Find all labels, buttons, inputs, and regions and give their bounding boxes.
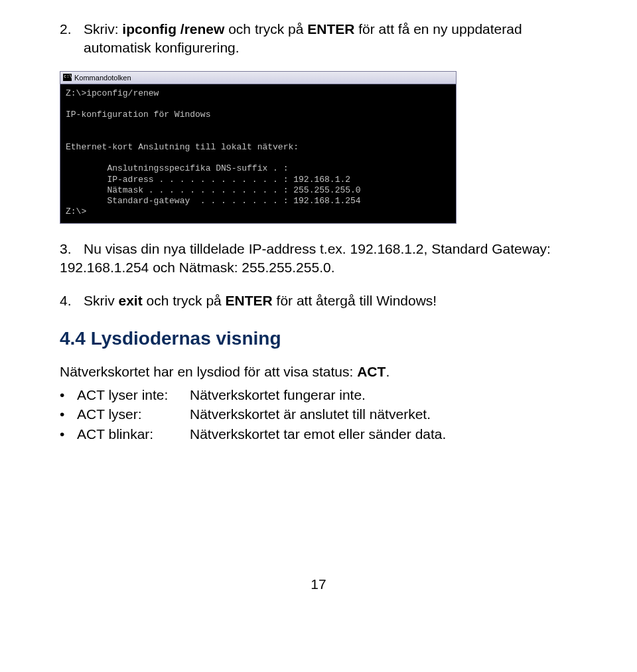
text: för att återgå till Windows! xyxy=(273,293,437,308)
text: och tryck på xyxy=(143,293,226,308)
bullet-desc: Nätverkskortet fungerar inte. xyxy=(190,385,366,404)
step-number: 3. xyxy=(60,240,84,258)
bullet-desc: Nätverkskortet tar emot eller sänder dat… xyxy=(190,424,446,444)
enter-key: ENTER xyxy=(226,293,273,308)
step-2: 2. Skriv: ipconfig /renew och tryck på E… xyxy=(60,20,577,58)
terminal-line: Z:\>ipconfig/renew xyxy=(66,88,159,98)
step-number: 2. xyxy=(60,20,84,58)
step-4: 4.Skriv exit och tryck på ENTER för att … xyxy=(60,292,577,310)
terminal-line: Standard-gateway . . . . . . . . : 192.1… xyxy=(66,196,361,206)
act-label: ACT xyxy=(357,364,386,379)
step-text: Skriv exit och tryck på ENTER för att åt… xyxy=(84,293,437,308)
step-number: 4. xyxy=(60,292,84,310)
section-heading: 4.4 Lysdiodernas visning xyxy=(60,328,577,349)
bullet-dot: • xyxy=(60,424,77,444)
terminal-line: Anslutningsspecifika DNS-suffix . : xyxy=(66,163,288,173)
page-number: 17 xyxy=(60,576,577,592)
step-text: Nu visas din nya tilldelade IP-address t… xyxy=(60,241,551,275)
terminal-body: Z:\>ipconfig/renew IP-konfiguration för … xyxy=(60,84,457,224)
terminal-line: Nätmask . . . . . . . . . . . . . : 255.… xyxy=(66,185,361,195)
text: Skriv xyxy=(84,293,119,308)
bullet-label: ACT lyser inte: xyxy=(77,385,190,404)
bullet-desc: Nätverkskortet är anslutet till nätverke… xyxy=(190,404,431,424)
step-list-top: 2. Skriv: ipconfig /renew och tryck på E… xyxy=(60,20,577,58)
command-text: exit xyxy=(119,293,143,308)
text: Skriv: xyxy=(84,21,122,37)
terminal-titlebar: Kommandotolken xyxy=(60,71,457,84)
bullet-item: • ACT blinkar: Nätverkskortet tar emot e… xyxy=(60,424,577,444)
bullet-label: ACT lyser: xyxy=(77,404,190,424)
step-text: Skriv: ipconfig /renew och tryck på ENTE… xyxy=(84,20,577,58)
terminal-title: Kommandotolken xyxy=(74,74,131,82)
enter-key: ENTER xyxy=(307,21,354,37)
terminal-line: IP-konfiguration för Windows xyxy=(66,110,210,120)
text: och tryck på xyxy=(224,21,307,37)
document-page: 2. Skriv: ipconfig /renew och tryck på E… xyxy=(0,0,637,619)
terminal-line: Ethernet-kort Anslutning till lokalt nät… xyxy=(66,142,299,152)
bullet-dot: • xyxy=(60,404,77,424)
terminal-line: IP-adress . . . . . . . . . . . . : 192.… xyxy=(66,175,350,185)
bullet-item: • ACT lyser inte: Nätverkskortet fungera… xyxy=(60,385,577,404)
bullet-dot: • xyxy=(60,385,77,404)
step-3: 3.Nu visas din nya tilldelade IP-address… xyxy=(60,240,577,278)
terminal-line: Z:\> xyxy=(66,207,86,216)
section-intro: Nätverkskortet har en lysdiod för att vi… xyxy=(60,363,577,381)
command-text: ipconfig /renew xyxy=(122,21,224,37)
bullet-item: • ACT lyser: Nätverkskortet är anslutet … xyxy=(60,404,577,424)
cmd-icon xyxy=(63,74,72,81)
terminal-screenshot: Kommandotolken Z:\>ipconfig/renew IP-kon… xyxy=(60,71,577,224)
text: . xyxy=(386,364,389,379)
led-status-list: • ACT lyser inte: Nätverkskortet fungera… xyxy=(60,385,577,444)
text: Nätverkskortet har en lysdiod för att vi… xyxy=(60,364,357,379)
bullet-label: ACT blinkar: xyxy=(77,424,190,444)
